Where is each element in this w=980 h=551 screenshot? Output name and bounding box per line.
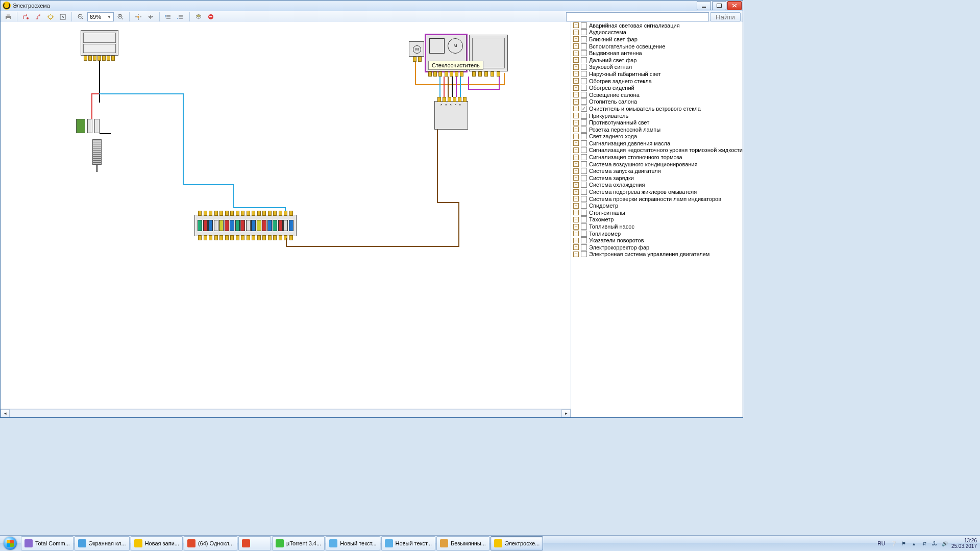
taskbar-item[interactable]: Электросхе... bbox=[491, 536, 543, 550]
tree-item[interactable]: +Ближний свет фар bbox=[571, 36, 743, 43]
checkbox[interactable] bbox=[581, 140, 587, 146]
expand-icon[interactable]: + bbox=[573, 224, 579, 230]
tree-item[interactable]: +Обогрев сидений bbox=[571, 84, 743, 91]
fuse[interactable] bbox=[235, 220, 240, 231]
taskbar-item[interactable]: Экранная кл... bbox=[75, 536, 130, 550]
tree-item[interactable]: +Аудиосистема bbox=[571, 29, 743, 36]
checkbox[interactable] bbox=[581, 154, 587, 160]
action-center-icon[interactable]: ⚑ bbox=[900, 540, 908, 547]
fuse[interactable] bbox=[214, 220, 218, 231]
tray-clock[interactable]: 13:26 25.03.2017 bbox=[951, 538, 977, 549]
checkbox[interactable] bbox=[581, 237, 587, 243]
zoom-combo[interactable]: 69%▼ bbox=[87, 12, 114, 21]
tree-item[interactable]: +Электронная система управления двигател… bbox=[571, 251, 743, 258]
checkbox[interactable] bbox=[581, 36, 587, 42]
expand-icon[interactable]: + bbox=[573, 238, 579, 243]
route-tool-2[interactable] bbox=[33, 12, 44, 22]
route-tool-1[interactable] bbox=[20, 12, 32, 22]
center-tool[interactable] bbox=[133, 12, 144, 22]
checkbox[interactable] bbox=[581, 182, 587, 188]
tree-item[interactable]: +Розетка переносной лампы bbox=[571, 126, 743, 133]
tree-item[interactable]: +Топливомер bbox=[571, 230, 743, 237]
help-icon[interactable]: ❔ bbox=[890, 540, 897, 547]
tree-item[interactable]: +Указатели поворотов bbox=[571, 237, 743, 244]
checkbox[interactable] bbox=[581, 210, 587, 216]
expand-icon[interactable]: + bbox=[573, 252, 579, 257]
fuse[interactable] bbox=[278, 220, 283, 231]
usb-icon[interactable]: ⇵ bbox=[921, 540, 928, 547]
clear-button[interactable] bbox=[205, 12, 216, 22]
expand-icon[interactable]: + bbox=[573, 51, 579, 56]
fuse[interactable] bbox=[230, 220, 234, 231]
expand-icon[interactable]: + bbox=[573, 182, 579, 188]
highlight-tool[interactable] bbox=[45, 12, 56, 22]
expand-icon[interactable]: + bbox=[573, 113, 579, 118]
connector-block[interactable]: × × × × × bbox=[434, 101, 468, 130]
minimize-button[interactable] bbox=[697, 1, 711, 10]
schematic-canvas[interactable]: {} bbox=[1, 22, 571, 409]
horizontal-scrollbar[interactable]: ◂ ▸ bbox=[1, 409, 571, 417]
tree-item[interactable]: +Вспомогательное освещение bbox=[571, 43, 743, 50]
checkbox[interactable] bbox=[581, 113, 587, 119]
search-input[interactable] bbox=[566, 12, 709, 21]
volume-icon[interactable]: 🔊 bbox=[941, 540, 948, 547]
fuse[interactable] bbox=[289, 220, 293, 231]
expand-icon[interactable]: + bbox=[573, 203, 579, 209]
relay-block-1[interactable] bbox=[81, 30, 118, 56]
checkbox[interactable] bbox=[581, 98, 587, 105]
checkbox[interactable] bbox=[581, 64, 587, 70]
scroll-right-button[interactable]: ▸ bbox=[561, 409, 571, 417]
taskbar-item[interactable]: µTorrent 3.4... bbox=[272, 536, 325, 550]
checkbox[interactable] bbox=[581, 168, 587, 174]
checkbox[interactable] bbox=[581, 203, 587, 209]
expand-icon[interactable]: + bbox=[573, 36, 579, 42]
zoom-in-button[interactable] bbox=[115, 12, 126, 22]
checkbox[interactable] bbox=[581, 22, 587, 29]
expand-icon[interactable]: + bbox=[573, 196, 579, 202]
expand-icon[interactable]: + bbox=[573, 78, 579, 84]
pan-tool[interactable] bbox=[145, 12, 156, 22]
expand-icon[interactable]: + bbox=[573, 134, 579, 139]
tree-item[interactable]: +Топливный насос bbox=[571, 223, 743, 230]
expand-icon[interactable]: + bbox=[573, 99, 579, 105]
fuse[interactable] bbox=[225, 220, 229, 231]
tree-item[interactable]: +Тахометр bbox=[571, 216, 743, 223]
component-green[interactable] bbox=[76, 119, 85, 133]
component-gray-1[interactable] bbox=[87, 119, 92, 133]
checkbox[interactable] bbox=[581, 43, 587, 49]
start-button[interactable] bbox=[0, 536, 20, 551]
tree-item[interactable]: +Выдвижная антенна bbox=[571, 49, 743, 57]
taskbar-item[interactable]: Total Comm... bbox=[21, 536, 74, 550]
tree-item[interactable]: +Спидометр bbox=[571, 202, 743, 209]
checkbox[interactable] bbox=[581, 50, 587, 56]
tree-item[interactable]: +Аварийная световая сигнализация bbox=[571, 22, 743, 29]
expand-icon[interactable]: + bbox=[573, 30, 579, 35]
list-tool-2[interactable] bbox=[175, 12, 186, 22]
tray-expand-icon[interactable]: ▴ bbox=[911, 540, 918, 547]
fuse[interactable] bbox=[208, 220, 213, 231]
tree-item[interactable]: +Сигнализация стояночного тормоза bbox=[571, 154, 743, 161]
checkbox[interactable] bbox=[581, 133, 587, 139]
fuse[interactable] bbox=[273, 220, 277, 231]
tree-item[interactable]: +Освещение салона bbox=[571, 91, 743, 98]
checkbox[interactable] bbox=[581, 57, 587, 63]
checkbox[interactable] bbox=[581, 223, 587, 230]
checkbox[interactable] bbox=[581, 29, 587, 35]
fuse[interactable] bbox=[262, 220, 266, 231]
expand-icon[interactable]: + bbox=[573, 147, 579, 153]
fuse[interactable] bbox=[283, 220, 288, 231]
tree-item[interactable]: +Обогрев заднего стекла bbox=[571, 78, 743, 85]
expand-icon[interactable]: + bbox=[573, 43, 579, 49]
scroll-track[interactable] bbox=[10, 409, 561, 417]
tree-item[interactable]: +Система охлаждения bbox=[571, 182, 743, 189]
zoom-out-button[interactable] bbox=[75, 12, 86, 22]
expand-icon[interactable]: + bbox=[573, 175, 579, 181]
layers-button[interactable] bbox=[193, 12, 204, 22]
fuse[interactable] bbox=[251, 220, 256, 231]
checkbox[interactable] bbox=[581, 147, 587, 153]
motor-block-left[interactable]: M bbox=[409, 41, 424, 57]
expand-icon[interactable]: + bbox=[573, 189, 579, 195]
component-gray-2[interactable] bbox=[94, 119, 100, 133]
checkbox[interactable] bbox=[581, 127, 587, 133]
checkbox[interactable] bbox=[581, 216, 587, 222]
